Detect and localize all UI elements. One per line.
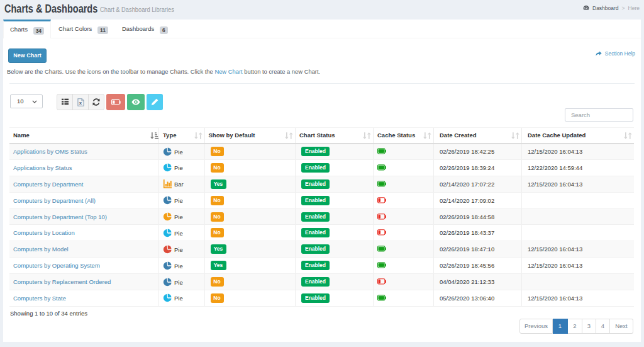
svg-text:x: x [79, 100, 82, 106]
